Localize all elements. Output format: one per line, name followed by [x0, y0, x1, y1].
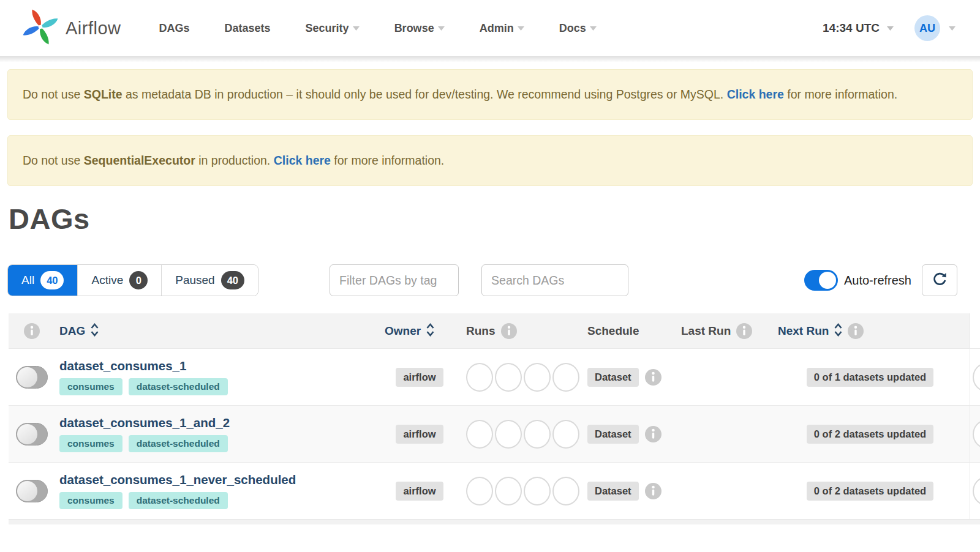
count-badge: 40 — [40, 271, 64, 289]
run-circle-partial[interactable] — [973, 363, 980, 392]
run-circle-success[interactable] — [495, 420, 522, 449]
tag-pill[interactable]: consumes — [59, 435, 123, 452]
dag-name-link[interactable]: dataset_consumes_1_and_2 — [59, 416, 380, 430]
page-title: DAGs — [9, 202, 980, 236]
info-icon[interactable] — [736, 323, 752, 339]
nav-item-datasets[interactable]: Datasets — [225, 22, 271, 35]
run-circle-queued[interactable] — [466, 363, 493, 392]
dag-filter-tabs: All 40 Active 0 Paused 40 — [7, 264, 258, 296]
run-circle-failed[interactable] — [552, 477, 579, 505]
cell-extra — [970, 406, 980, 462]
run-circle-running[interactable] — [524, 420, 551, 449]
dag-name-link[interactable]: dataset_consumes_1 — [59, 359, 380, 373]
cell-next-run: 0 of 2 datasets updated — [771, 425, 970, 444]
run-circle-queued[interactable] — [466, 477, 493, 505]
info-icon[interactable] — [645, 483, 662, 499]
dag-pause-toggle[interactable] — [16, 480, 48, 502]
info-icon[interactable] — [645, 426, 662, 442]
alert-link[interactable]: Click here — [274, 154, 331, 167]
cell-runs — [459, 363, 582, 392]
sort-icon[interactable] — [834, 323, 842, 340]
avatar[interactable]: AU — [914, 15, 940, 41]
run-circle-failed[interactable] — [552, 363, 579, 392]
owner-badge[interactable]: airflow — [396, 425, 443, 444]
filter-tags-input[interactable] — [330, 264, 459, 296]
run-circle-success[interactable] — [495, 363, 522, 392]
owner-badge[interactable]: airflow — [396, 368, 443, 387]
table-row: dataset_consumes_1 consumes dataset-sche… — [9, 348, 980, 405]
info-icon[interactable] — [848, 323, 864, 339]
tag-pill[interactable]: dataset-scheduled — [129, 435, 228, 452]
cell-owner: airflow — [380, 368, 459, 387]
cell-next-run: 0 of 2 datasets updated — [771, 482, 970, 501]
header-cell-owner: Owner — [380, 323, 459, 340]
next-run-badge[interactable]: 0 of 2 datasets updated — [807, 425, 933, 444]
next-run-badge[interactable]: 0 of 2 datasets updated — [807, 482, 933, 501]
tag-pill[interactable]: consumes — [59, 492, 123, 509]
tag-pill[interactable]: dataset-scheduled — [129, 378, 228, 395]
info-icon[interactable] — [501, 323, 517, 339]
schedule-badge[interactable]: Dataset — [587, 425, 639, 444]
alert-link[interactable]: Click here — [727, 88, 784, 101]
cell-runs — [459, 420, 582, 449]
alert-text: Do not use — [23, 88, 84, 101]
header-cell-schedule: Schedule — [582, 324, 679, 338]
nav-item-security[interactable]: Security — [306, 22, 360, 35]
alert-text: as metadata DB in production – it should… — [123, 88, 727, 101]
chevron-down-icon — [438, 26, 445, 31]
next-run-badge[interactable]: 0 of 1 datasets updated — [807, 368, 933, 387]
nav-item-admin[interactable]: Admin — [480, 22, 524, 35]
airflow-brand[interactable]: Airflow — [21, 8, 121, 48]
tab-all[interactable]: All 40 — [8, 265, 78, 296]
run-circle-running[interactable] — [524, 363, 551, 392]
run-circle-partial[interactable] — [973, 477, 980, 505]
cell-pause-toggle — [9, 480, 55, 502]
tag-pill[interactable]: consumes — [59, 378, 123, 395]
run-status-circles — [466, 420, 579, 449]
dag-pause-toggle[interactable] — [16, 423, 48, 446]
dags-table: DAG Owner Runs Schedule Last Run — [9, 313, 980, 524]
run-circle-failed[interactable] — [552, 420, 579, 449]
cell-schedule: Dataset — [582, 368, 679, 387]
column-header-owner[interactable]: Owner — [385, 324, 421, 338]
owner-badge[interactable]: airflow — [396, 482, 443, 501]
nav-item-browse[interactable]: Browse — [394, 22, 445, 35]
clock-dropdown[interactable]: 14:34 UTC — [823, 21, 894, 35]
chevron-down-icon — [518, 26, 524, 31]
cell-pause-toggle — [9, 423, 55, 446]
nav-item-dags[interactable]: DAGs — [159, 22, 190, 35]
schedule-badge[interactable]: Dataset — [587, 482, 639, 501]
tag-pill[interactable]: dataset-scheduled — [129, 492, 228, 509]
info-icon[interactable] — [645, 369, 662, 386]
refresh-button[interactable] — [922, 264, 957, 296]
sort-icon[interactable] — [426, 323, 434, 340]
schedule-badge[interactable]: Dataset — [587, 368, 639, 387]
tag-row: consumes dataset-scheduled — [59, 378, 380, 395]
tag-row: consumes dataset-scheduled — [59, 492, 380, 509]
run-circle-running[interactable] — [524, 477, 551, 505]
sort-icon[interactable] — [91, 323, 99, 340]
alert-sqlite: Do not use SQLite as metadata DB in prod… — [7, 69, 973, 120]
refresh-icon — [932, 271, 948, 290]
search-dags-input[interactable] — [481, 264, 628, 296]
chevron-down-icon — [887, 26, 894, 31]
column-header-next-run[interactable]: Next Run — [778, 324, 829, 338]
header-cell-toggle — [9, 323, 55, 339]
dag-pause-toggle[interactable] — [16, 366, 48, 389]
run-circle-success[interactable] — [495, 477, 522, 505]
user-menu[interactable]: AU — [914, 15, 956, 41]
column-header-dag[interactable]: DAG — [59, 324, 85, 338]
header-cell-last-run: Last Run — [679, 323, 771, 339]
nav-item-docs[interactable]: Docs — [559, 22, 597, 35]
run-circle-queued[interactable] — [466, 420, 493, 449]
auto-refresh-toggle[interactable] — [804, 270, 838, 291]
info-icon[interactable] — [24, 323, 40, 339]
tab-active[interactable]: Active 0 — [78, 265, 162, 296]
chevron-down-icon — [353, 26, 360, 31]
cell-next-run: 0 of 1 datasets updated — [771, 368, 970, 387]
airflow-logo-icon — [21, 8, 59, 48]
dag-name-link[interactable]: dataset_consumes_1_never_scheduled — [59, 472, 380, 487]
cell-schedule: Dataset — [582, 425, 679, 444]
tab-paused[interactable]: Paused 40 — [162, 265, 258, 296]
run-circle-partial[interactable] — [973, 420, 980, 449]
